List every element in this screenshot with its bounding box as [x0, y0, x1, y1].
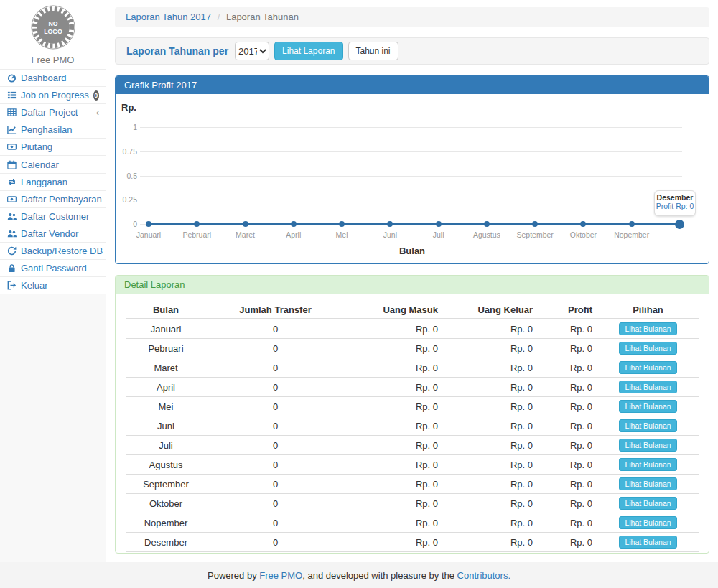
chart-data-point-juni[interactable]	[387, 221, 393, 227]
table-row: Pebruari0Rp. 0Rp. 0Rp. 0Lihat Bulanan	[126, 339, 699, 358]
lihat-bulanan-button[interactable]: Lihat Bulanan	[619, 419, 676, 432]
sidebar: NO LOGO Free PMO DashboardJob on Progres…	[0, 0, 106, 562]
table-row: Juli0Rp. 0Rp. 0Rp. 0Lihat Bulanan	[126, 436, 699, 455]
footer-text-middle: , and developed with pleasure by the	[302, 570, 457, 581]
sidebar-menu: DashboardJob on Progress0Daftar Project‹…	[0, 69, 106, 294]
chart-data-point-juli[interactable]	[436, 221, 442, 227]
chevron-left-icon: ‹	[96, 107, 99, 118]
lihat-bulanan-button[interactable]: Lihat Bulanan	[619, 400, 676, 413]
y-axis-label: Rp.	[121, 102, 136, 113]
action-cell: Lihat Bulanan	[597, 513, 699, 533]
table-cell: Rp. 0	[345, 513, 442, 533]
tahun-ini-button[interactable]: Tahun ini	[348, 42, 398, 60]
contributors-link[interactable]: Contributors.	[457, 570, 510, 581]
sidebar-item-ganti-password[interactable]: Ganti Password	[0, 260, 106, 277]
sidebar-item-label: Piutang	[21, 141, 52, 152]
sidebar-item-daftar-pembayaran[interactable]: Daftar Pembayaran	[0, 191, 106, 208]
sidebar-item-piutang[interactable]: Piutang	[0, 139, 106, 156]
lihat-bulanan-button[interactable]: Lihat Bulanan	[619, 536, 676, 549]
chart-data-point-januari[interactable]	[146, 221, 151, 227]
logo-area: NO LOGO Free PMO	[0, 0, 106, 69]
chart-data-point-maret[interactable]	[243, 221, 248, 227]
chart-data-point-agustus[interactable]	[484, 221, 490, 227]
gridline	[140, 127, 682, 128]
sidebar-item-backup-restore-db[interactable]: Backup/Restore DB	[0, 243, 106, 260]
lihat-bulanan-button[interactable]: Lihat Bulanan	[619, 516, 676, 529]
table-cell: Rp. 0	[442, 436, 537, 455]
table-row: Juni0Rp. 0Rp. 0Rp. 0Lihat Bulanan	[126, 416, 699, 436]
table-cell: Total	[126, 552, 205, 554]
sidebar-item-daftar-customer[interactable]: Daftar Customer	[0, 208, 106, 225]
action-cell: Lihat Bulanan	[597, 339, 699, 358]
action-cell: Lihat Bulanan	[597, 319, 699, 339]
chart-data-point-oktober[interactable]	[580, 221, 586, 227]
sidebar-item-penghasilan[interactable]: Penghasilan	[0, 121, 106, 139]
free-pmo-link[interactable]: Free PMO	[259, 570, 302, 581]
retweet-icon	[6, 177, 17, 187]
table-cell: Juli	[126, 436, 205, 455]
chart-data-point-april[interactable]	[291, 221, 297, 227]
lihat-laporan-button[interactable]: Lihat Laporan	[274, 42, 342, 60]
table-cell: September	[126, 475, 205, 494]
x-tick-label: Mei	[318, 230, 365, 239]
sidebar-item-keluar[interactable]: Keluar	[0, 277, 106, 294]
profit-chart-panel: Grafik Profit 2017 Rp. Bulan Desember Pr…	[115, 75, 709, 264]
column-header: Jumlah Transfer	[205, 302, 345, 319]
table-cell: Oktober	[126, 494, 205, 513]
lihat-bulanan-button[interactable]: Lihat Bulanan	[619, 361, 676, 374]
sidebar-item-label: Daftar Vendor	[21, 228, 78, 239]
y-tick-label: 0.25	[116, 195, 137, 204]
table-cell: Rp. 0	[537, 436, 597, 455]
table-cell: Rp. 0	[537, 494, 597, 513]
footer-text: Powered by	[208, 570, 259, 581]
table-cell: Rp. 0	[442, 339, 537, 358]
table-cell: Pebruari	[126, 339, 205, 358]
chart-data-point-september[interactable]	[532, 221, 538, 227]
chart-data-point-nopember[interactable]	[629, 221, 635, 227]
table-cell: Rp. 0	[345, 533, 442, 552]
sidebar-item-daftar-project[interactable]: Daftar Project‹	[0, 104, 106, 121]
table-row: Maret0Rp. 0Rp. 0Rp. 0Lihat Bulanan	[126, 358, 699, 378]
sidebar-item-label: Daftar Pembayaran	[21, 194, 102, 205]
refresh-icon	[6, 246, 17, 256]
table-cell: Rp. 0	[537, 552, 597, 554]
sidebar-item-dashboard[interactable]: Dashboard	[0, 70, 106, 87]
table-cell: Rp. 0	[537, 416, 597, 436]
breadcrumb-separator: /	[214, 11, 224, 22]
table-total-row: Total0Rp. 0Rp. 0Rp. 0	[126, 552, 699, 554]
breadcrumb-link[interactable]: Laporan Tahun 2017	[126, 11, 211, 22]
table-cell: Rp. 0	[537, 533, 597, 552]
sidebar-item-langganan[interactable]: Langganan	[0, 174, 106, 191]
x-tick-label: Juli	[415, 230, 462, 239]
lihat-bulanan-button[interactable]: Lihat Bulanan	[619, 342, 676, 355]
chart-data-point-desember[interactable]	[675, 220, 684, 229]
year-select[interactable]: 2017	[235, 42, 269, 60]
lihat-bulanan-button[interactable]: Lihat Bulanan	[619, 439, 676, 452]
lihat-bulanan-button[interactable]: Lihat Bulanan	[619, 497, 676, 510]
filter-label: Laporan Tahunan per	[126, 45, 228, 57]
column-header: Profit	[537, 302, 597, 319]
chart-data-point-pebruari[interactable]	[194, 221, 200, 227]
lihat-bulanan-button[interactable]: Lihat Bulanan	[619, 477, 676, 490]
brand-name: Free PMO	[0, 55, 106, 65]
svg-text:NO: NO	[48, 20, 57, 27]
lihat-bulanan-button[interactable]: Lihat Bulanan	[619, 458, 676, 471]
table-cell: 0	[205, 552, 345, 554]
table-row: September0Rp. 0Rp. 0Rp. 0Lihat Bulanan	[126, 475, 699, 494]
money-icon	[6, 142, 17, 152]
table-cell: Rp. 0	[442, 416, 537, 436]
sidebar-item-daftar-vendor[interactable]: Daftar Vendor	[0, 225, 106, 243]
lihat-bulanan-button[interactable]: Lihat Bulanan	[619, 381, 676, 393]
chart-data-point-mei[interactable]	[339, 221, 345, 227]
table-cell: Rp. 0	[442, 494, 537, 513]
table-cell: Rp. 0	[442, 319, 537, 339]
table-cell: Rp. 0	[537, 378, 597, 397]
svg-text:LOGO: LOGO	[44, 28, 62, 35]
chart-panel-title: Grafik Profit 2017	[116, 76, 709, 94]
sign-out-icon	[6, 281, 17, 291]
table-cell: Rp. 0	[537, 339, 597, 358]
sidebar-item-calendar[interactable]: Calendar	[0, 156, 106, 173]
detail-table: BulanJumlah TransferUang MasukUang Kelua…	[126, 302, 699, 554]
lihat-bulanan-button[interactable]: Lihat Bulanan	[619, 322, 676, 335]
sidebar-item-job-on-progress[interactable]: Job on Progress0	[0, 87, 106, 104]
